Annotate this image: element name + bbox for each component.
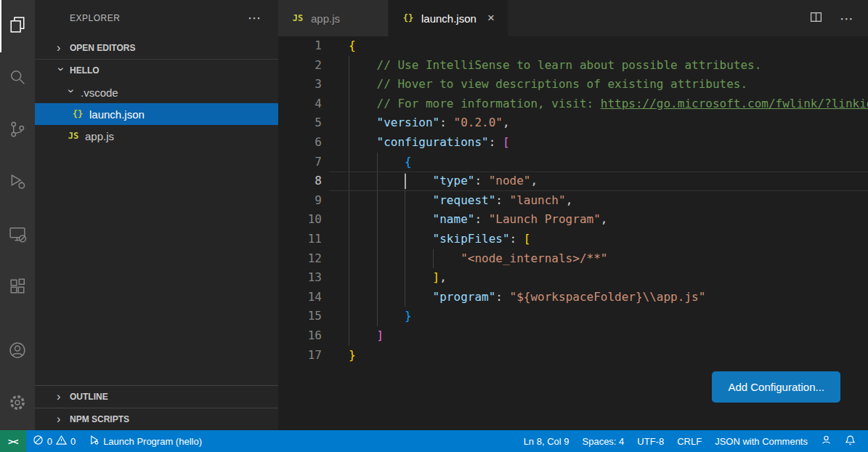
- code-line[interactable]: 5 "version": "0.2.0",: [278, 113, 868, 133]
- eol-status[interactable]: CRLF: [670, 430, 708, 452]
- code-line[interactable]: 10 "name": "Launch Program",: [278, 210, 868, 230]
- indent-guide: [405, 210, 405, 230]
- tree-item-launch-json[interactable]: {} launch.json: [35, 103, 278, 125]
- code-line[interactable]: 6 "configurations": [: [278, 133, 868, 153]
- text-cursor: [405, 174, 406, 189]
- code-line[interactable]: 13 ],: [278, 268, 868, 288]
- editor-group: JS app.js {} launch.json × ⋯ 1{2 // Use …: [278, 0, 868, 430]
- remote-indicator[interactable]: ><: [0, 430, 26, 452]
- section-hello-folder[interactable]: › HELLO: [35, 59, 278, 81]
- line-number: 9: [278, 191, 322, 211]
- editor: 1{2 // Use IntelliSense to learn about p…: [278, 36, 868, 430]
- files-icon: [7, 15, 28, 38]
- code-line[interactable]: 2 // Use IntelliSense to learn about pos…: [278, 56, 868, 76]
- close-tab-icon[interactable]: ×: [487, 11, 495, 25]
- error-icon: [33, 435, 44, 448]
- indent-guide: [349, 75, 349, 94]
- settings-button[interactable]: [0, 378, 35, 430]
- tree-item-app-js[interactable]: JS app.js: [35, 125, 278, 147]
- code-line[interactable]: 4 // For more information, visit: https:…: [278, 94, 868, 114]
- account-button[interactable]: [0, 326, 35, 378]
- indent-guide: [377, 210, 378, 230]
- more-actions-icon[interactable]: ⋯: [248, 12, 261, 25]
- feedback-status[interactable]: [814, 430, 838, 452]
- activity-remote-explorer-button[interactable]: [0, 209, 35, 262]
- code-text: {: [349, 36, 356, 56]
- add-configuration-button[interactable]: Add Configuration...: [712, 371, 840, 403]
- indent-guide: [405, 191, 405, 211]
- indent-guide: [405, 288, 405, 307]
- tree-item-label: app.js: [85, 130, 114, 142]
- chevron-right-icon: ›: [57, 413, 65, 425]
- explorer-sidebar: EXPLORER ⋯ › OPEN EDITORS › HELLO › .vsc…: [35, 0, 278, 430]
- code-line[interactable]: 16 ]: [278, 326, 868, 346]
- code-line[interactable]: 12 "<node_internals>/**": [278, 249, 868, 269]
- code-line[interactable]: 9 "request": "launch",: [278, 191, 868, 211]
- code-line[interactable]: 1{: [278, 36, 868, 56]
- problems-status[interactable]: 0 0: [26, 430, 82, 452]
- indent-guide: [405, 268, 405, 288]
- indent-guide: [349, 268, 349, 288]
- debug-launch-status[interactable]: Launch Program (hello): [82, 430, 208, 452]
- code-line[interactable]: 3 // Hover to view descriptions of exist…: [278, 75, 868, 94]
- tree-item-label: .vscode: [81, 86, 118, 99]
- feedback-icon: [821, 435, 832, 448]
- code-line[interactable]: 8 "type": "node",: [278, 171, 868, 191]
- indent-guide: [377, 249, 378, 269]
- encoding-status[interactable]: UTF-8: [630, 430, 670, 452]
- tab-app-js[interactable]: JS app.js: [278, 0, 389, 36]
- sidebar-bottom-sections: › OUTLINE › NPM SCRIPTS: [35, 385, 278, 430]
- tab-label: app.js: [311, 12, 340, 25]
- extensions-icon: [7, 276, 28, 299]
- activity-search-button[interactable]: [0, 52, 35, 105]
- section-open-editors[interactable]: › OPEN EDITORS: [35, 36, 278, 59]
- indent-guide: [349, 133, 349, 153]
- code-line[interactable]: 15 }: [278, 307, 868, 326]
- section-label: HELLO: [70, 65, 100, 76]
- more-actions-icon[interactable]: ⋯: [840, 10, 853, 27]
- activity-source-control-button[interactable]: [0, 105, 35, 157]
- section-outline[interactable]: › OUTLINE: [35, 385, 278, 408]
- code-line[interactable]: 17}: [278, 346, 868, 366]
- indentation-status[interactable]: Spaces: 4: [576, 430, 631, 452]
- indent-guide: [349, 249, 349, 269]
- activity-bar: [0, 0, 35, 430]
- line-number: 7: [278, 153, 322, 172]
- indent-guide: [405, 230, 405, 249]
- activity-extensions-button[interactable]: [0, 262, 35, 314]
- indent-guide: [377, 153, 378, 172]
- line-number: 1: [278, 36, 322, 56]
- code-text: "<node_internals>/**": [349, 249, 607, 269]
- code-line[interactable]: 11 "skipFiles": [: [278, 230, 868, 249]
- code-line[interactable]: 7 {: [278, 153, 868, 172]
- code-line[interactable]: 14 "program": "${workspaceFolder}\\app.j…: [278, 288, 868, 307]
- notifications-status[interactable]: [838, 430, 862, 452]
- language-mode-status[interactable]: JSON with Comments: [708, 430, 814, 452]
- indent-guide: [349, 56, 349, 76]
- section-npm-scripts[interactable]: › NPM SCRIPTS: [35, 408, 278, 430]
- settings-gear-icon: [7, 392, 28, 416]
- sidebar-title: EXPLORER: [70, 13, 120, 23]
- error-count: 0: [47, 436, 52, 447]
- code-text: "program": "${workspaceFolder}\\app.js": [349, 288, 705, 307]
- line-number: 11: [278, 230, 322, 249]
- code-text: {: [349, 153, 412, 172]
- activity-run-debug-button[interactable]: [0, 157, 35, 209]
- tree-item-vscode-folder[interactable]: › .vscode: [35, 81, 278, 103]
- indent-guide: [377, 171, 378, 191]
- chevron-right-icon: ›: [57, 42, 65, 54]
- warning-icon: [56, 435, 67, 448]
- line-number: 13: [278, 268, 322, 288]
- indent-guide: [405, 249, 405, 269]
- code-area: 1{2 // Use IntelliSense to learn about p…: [278, 36, 868, 365]
- indent-guide: [349, 230, 349, 249]
- tab-launch-json[interactable]: {} launch.json ×: [389, 0, 508, 36]
- cursor-position-status[interactable]: Ln 8, Col 9: [517, 430, 576, 452]
- line-number: 4: [278, 94, 322, 114]
- split-editor-icon[interactable]: [810, 11, 822, 26]
- code-text: ],: [349, 268, 447, 288]
- code-text: }: [349, 346, 356, 366]
- line-number: 5: [278, 113, 322, 133]
- activity-explorer-button[interactable]: [0, 0, 35, 52]
- indent-guide: [349, 326, 349, 346]
